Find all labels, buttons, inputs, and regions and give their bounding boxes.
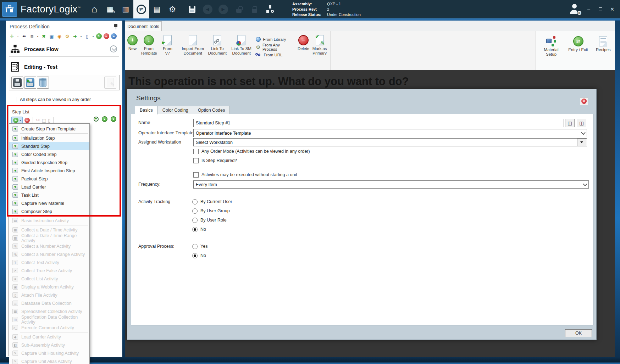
delete-process-button[interactable]: [37, 77, 49, 89]
bell-icon[interactable]: ◉: [56, 33, 62, 39]
save-process-button[interactable]: [11, 77, 23, 89]
radio-option[interactable]: No: [192, 251, 207, 260]
step-menu-item[interactable]: ▼ Create Step From Template: [9, 125, 89, 133]
close-button[interactable]: ✕: [609, 6, 615, 12]
import-from-document-button[interactable]: Import From Document: [179, 33, 206, 56]
dropdown-arrow-icon[interactable]: [577, 139, 586, 146]
step-menu-item[interactable]: ▼ Composer Step: [9, 207, 89, 215]
refresh-icon[interactable]: ↻: [96, 33, 102, 39]
dropdown-caret[interactable]: ▾: [80, 33, 82, 39]
operator-template-combo[interactable]: Operator Interface Template: [193, 129, 587, 137]
any-order-checkbox[interactable]: [193, 149, 199, 154]
new-button[interactable]: +New: [126, 33, 139, 52]
settings-gear-icon[interactable]: ⚙: [165, 0, 180, 18]
material-setup-button[interactable]: Material Setup: [541, 34, 561, 70]
dropdown-caret[interactable]: ▾: [92, 33, 94, 39]
pin-icon[interactable]: [114, 24, 118, 29]
trash-icon[interactable]: ▯: [84, 33, 90, 39]
link-to-sm-document-button[interactable]: Link To SM Document: [228, 33, 255, 56]
step-menu-item[interactable]: ▼ Initialization Step: [9, 134, 89, 142]
step-menu-item[interactable]: ▼ Capture New Material: [9, 199, 89, 207]
name-translations-button[interactable]: ◫: [577, 119, 586, 127]
all-steps-any-order-checkbox[interactable]: [12, 97, 17, 102]
dialog-tab[interactable]: Option Codes: [193, 106, 230, 114]
process-flow-header[interactable]: Process Flow: [6, 42, 122, 56]
from-any-process-button[interactable]: ⚙From Any Process: [256, 44, 293, 50]
add-step-button[interactable]: +▾: [11, 117, 23, 124]
from-url-button[interactable]: From URL: [256, 51, 293, 58]
move-down-button[interactable]: ▼: [111, 116, 116, 122]
dialog-close-button[interactable]: ✕: [580, 97, 588, 105]
chevron-down-icon[interactable]: [580, 129, 587, 137]
step-menu-item[interactable]: ▼ Packout Step: [9, 175, 89, 183]
divider: [9, 56, 119, 57]
dialog-tab[interactable]: Basics: [135, 106, 158, 114]
unlock-icon[interactable]: [231, 0, 247, 18]
process-exchange-icon[interactable]: ⇄: [133, 0, 149, 18]
add-icon[interactable]: ✚: [9, 33, 15, 39]
radio-option[interactable]: By User Group: [192, 206, 232, 215]
recipes-button[interactable]: Recipes: [595, 34, 612, 70]
from-v7-button[interactable]: ➜From V7: [159, 33, 176, 56]
remove-icon[interactable]: −: [104, 33, 109, 39]
from-template-button[interactable]: ↓From Template: [139, 33, 159, 56]
name-input[interactable]: [193, 119, 564, 127]
audit-search-icon[interactable]: [262, 0, 278, 18]
associate-icon[interactable]: ✖: [41, 33, 47, 39]
from-library-button[interactable]: From Library: [256, 36, 293, 43]
radio-option[interactable]: No: [192, 225, 232, 234]
lock-icon[interactable]: [247, 0, 262, 18]
radio-option[interactable]: By User Role: [192, 215, 232, 225]
logout-user-icon[interactable]: ✕: [569, 4, 580, 15]
ribbon-body: +New ↓From Template ➜From V7 Import From…: [125, 31, 615, 70]
print-icon[interactable]: ▤: [29, 33, 35, 39]
home-icon[interactable]: ⌂: [87, 0, 102, 18]
radio-option[interactable]: By Current User: [192, 197, 232, 206]
step-menu-item[interactable]: ▼ Load Carrier: [9, 183, 89, 191]
ok-button[interactable]: OK: [565, 329, 592, 337]
binoculars-icon[interactable]: ●●: [21, 33, 27, 39]
divider: [33, 117, 33, 123]
remove-step-button[interactable]: −: [24, 118, 30, 123]
gear-icon[interactable]: ⚙: [64, 33, 70, 39]
back-icon[interactable]: ◀: [200, 0, 215, 18]
zoom-add-icon[interactable]: [94, 117, 99, 122]
save-as-button[interactable]: ➜: [24, 77, 36, 89]
chevron-down-icon[interactable]: [581, 181, 588, 188]
save-icon[interactable]: [184, 0, 200, 18]
dropdown-caret[interactable]: ▾: [37, 33, 39, 39]
mark-as-primary-button[interactable]: ✔✎Mark as Primary: [310, 33, 329, 56]
reports-icon[interactable]: ▤: [149, 0, 165, 18]
step-menu-item[interactable]: ▼ Task List: [9, 191, 89, 199]
link-to-document-button[interactable]: Link To Document: [206, 33, 228, 56]
radio-option[interactable]: Yes: [192, 242, 207, 251]
data-entry-icon[interactable]: ▦✎: [102, 0, 118, 18]
document-tools-tab[interactable]: Document Tools: [125, 21, 162, 31]
step-menu-item[interactable]: ▼ Standard Step: [9, 142, 89, 150]
editing-header[interactable]: Editing - Test: [6, 60, 122, 73]
step-menu-item[interactable]: ▼ Color Coded Step: [9, 150, 89, 158]
workstation-combo[interactable]: Select Workstation: [193, 138, 587, 146]
entry-exit-button[interactable]: ⇄Entry / Exit: [566, 34, 590, 70]
forward-icon[interactable]: ▶: [215, 0, 231, 18]
step-menu-item[interactable]: ▼ Guided Inspection Step: [9, 158, 89, 167]
step-required-checkbox[interactable]: [193, 158, 199, 163]
chevron-down-icon[interactable]: [110, 45, 117, 52]
maximize-button[interactable]: [598, 6, 603, 12]
no-unit-checkbox[interactable]: [193, 172, 199, 178]
record-icon[interactable]: ●: [111, 33, 117, 39]
edit-disabled-button[interactable]: ✎: [104, 77, 116, 89]
share-icon[interactable]: ➜: [72, 33, 78, 39]
frequency-combo[interactable]: Every Item: [193, 180, 589, 189]
name-editor-button[interactable]: ◫: [565, 119, 575, 127]
instruction-icon: ▤: [12, 218, 18, 223]
minimize-button[interactable]: –: [586, 6, 592, 12]
dialog-tab[interactable]: Color Coding: [158, 106, 193, 114]
materials-icon[interactable]: ▥: [118, 0, 133, 18]
move-up-button[interactable]: ▲: [102, 116, 107, 122]
process-actions-toolbar: ➜ ✎: [9, 75, 120, 90]
step-menu-item[interactable]: ▼ First Article Inspection Step: [9, 167, 89, 175]
presentation-icon[interactable]: ▣: [49, 33, 55, 39]
dropdown-caret[interactable]: ▾: [17, 33, 19, 39]
delete-element-button[interactable]: −Delete: [297, 33, 310, 52]
